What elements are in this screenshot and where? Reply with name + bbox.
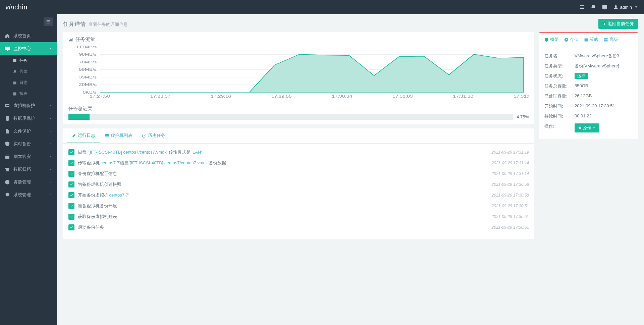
sidebar-item-label: 数据库保护	[13, 115, 35, 121]
detail-row-5: 开始时间: 2021-09-29 17:30:51	[544, 101, 633, 111]
list-icon	[13, 59, 17, 63]
sidebar-sub-0[interactable]: 任务	[0, 55, 57, 66]
hamburger-icon	[46, 19, 51, 24]
sidebar-item-label: 虚拟机保护	[13, 103, 35, 109]
logo: vinchin	[5, 3, 28, 11]
sidebar-toggle[interactable]	[44, 17, 53, 26]
sidebar-sub-3[interactable]: 报表	[0, 88, 57, 99]
monitor-icon[interactable]	[602, 4, 607, 10]
detail-tab-3[interactable]: 高级	[601, 33, 621, 46]
log-time: 2021-09-29 17:30:51	[492, 204, 529, 208]
sidebar-item-label: 监控中心	[13, 46, 31, 52]
detail-row-1: 任务类型: 备份[VMware vSphere]	[544, 61, 633, 71]
log-tab-0[interactable]: 运行日志	[67, 128, 100, 143]
log-text: 传输虚拟机'centos7.7'磁盘'[IFT-ISCSI-40TB] cent…	[78, 160, 492, 166]
detail-key: 持续时间:	[544, 113, 575, 119]
sidebar-item-label: 文件保护	[13, 128, 31, 134]
detail-body: 任务名: VMware vSphere备份3 任务类型: 备份[VMware v…	[539, 46, 638, 139]
sidebar-item-label: 副本容灾	[13, 154, 31, 160]
svg-text:17:31:03: 17:31:03	[392, 95, 413, 98]
sidebar-item-3[interactable]: 数据库保护	[0, 112, 57, 125]
svg-text:17:27:58: 17:27:58	[90, 95, 110, 98]
sidebar-item-6[interactable]: 副本容灾	[0, 150, 57, 163]
sidebar: 系统首页 监控中心 任务 告警 日志 报表 虚拟机保护 数据库保护 文件	[0, 14, 57, 325]
svg-text:39MB/s: 39MB/s	[79, 75, 97, 79]
log-row-5: 准备虚拟机备份环境 2021-09-29 17:30:51	[68, 201, 529, 211]
log-row-3: 为备份虚拟机创建快照 2021-09-29 17:30:58	[68, 179, 529, 190]
flow-chart: 0KB/s20MB/s39MB/s59MB/s78MB/s98MB/s117MB…	[68, 45, 529, 99]
check-icon	[68, 203, 74, 209]
detail-tab-label: 概要	[550, 37, 559, 43]
log-text: 开始备份虚拟机'centos7.7'	[78, 192, 492, 198]
svg-text:117MB/s: 117MB/s	[76, 45, 97, 49]
detail-key: 任务状态:	[544, 73, 575, 79]
detail-val: 550GB	[575, 83, 588, 88]
info-icon	[544, 38, 549, 42]
detail-tab-2[interactable]: 策略	[581, 33, 601, 46]
log-time: 2021-09-29 17:30:51	[492, 214, 529, 219]
sidebar-item-9[interactable]: 系统管理	[0, 188, 57, 201]
detail-val: 26.12GB	[575, 93, 592, 98]
sidebar-item-4[interactable]: 文件保护	[0, 125, 57, 138]
log-text: 磁盘 '[IFT-ISCSI-40TB] centos7/centos7.vmd…	[78, 149, 492, 155]
log-tab-label: 虚拟机列表	[111, 132, 132, 139]
progress-label: 任务总进度	[68, 106, 529, 112]
sidebar-item-label: 资源管理	[13, 179, 31, 185]
svg-text:59MB/s: 59MB/s	[79, 68, 97, 71]
report-icon	[13, 92, 17, 96]
log-text: 为备份虚拟机创建快照	[78, 181, 492, 187]
sidebar-item-label: 数据归档	[13, 166, 31, 172]
bell-icon[interactable]	[591, 4, 596, 10]
sidebar-item-7[interactable]: 数据归档	[0, 163, 57, 176]
check-icon	[68, 171, 74, 177]
db-icon	[5, 116, 10, 121]
svg-text:17:29:55: 17:29:55	[271, 95, 292, 98]
detail-key: 操作:	[544, 123, 575, 132]
detail-val: VMware vSphere备份3	[575, 53, 619, 58]
operation-button[interactable]: 操作	[575, 123, 599, 132]
list-icon[interactable]	[579, 4, 585, 10]
sidebar-item-1[interactable]: 监控中心	[0, 42, 57, 55]
chevron-left-icon	[49, 117, 52, 120]
back-button[interactable]: 返回当前任务	[598, 19, 638, 29]
detail-val: 00:01:22	[575, 113, 592, 118]
log-body: 磁盘 '[IFT-ISCSI-40TB] centos7/centos7.vmd…	[63, 144, 534, 239]
log-tab-label: 运行日志	[78, 132, 95, 139]
chevron-left-icon	[49, 180, 52, 184]
log-row-4: 开始备份虚拟机'centos7.7' 2021-09-29 17:30:58	[68, 190, 529, 201]
user-menu[interactable]: admin	[613, 5, 639, 10]
progress-fill	[68, 114, 90, 120]
log-time: 2021-09-29 17:31:19	[492, 150, 529, 155]
log-row-6: 获取备份虚拟机列表 2021-09-29 17:30:51	[68, 211, 529, 222]
sidebar-sub-1[interactable]: 告警	[0, 66, 57, 77]
sidebar-item-2[interactable]: 虚拟机保护	[0, 99, 57, 112]
log-row-0: 磁盘 '[IFT-ISCSI-40TB] centos7/centos7.vmd…	[68, 147, 529, 158]
sidebar-item-0[interactable]: 系统首页	[0, 30, 57, 42]
detail-tab-0[interactable]: 概要	[542, 33, 561, 46]
bell-icon	[13, 70, 17, 74]
detail-row-7: 操作: 操作	[544, 121, 633, 134]
sidebar-sub-2[interactable]: 日志	[0, 77, 57, 88]
back-button-label: 返回当前任务	[608, 21, 634, 27]
status-badge: 运行	[575, 73, 588, 79]
detail-key: 任务类型:	[544, 63, 575, 69]
detail-val: 2021-09-29 17:30:51	[575, 103, 615, 108]
log-tab-1[interactable]: 虚拟机列表	[100, 128, 137, 143]
progress-pct: 4.75%	[517, 114, 529, 119]
flow-panel: 任务流量 0KB/s20MB/s39MB/s59MB/s78MB/s98MB/s…	[63, 32, 534, 124]
sidebar-item-label: 实时备份	[13, 141, 31, 147]
chevron-left-icon	[49, 193, 52, 197]
detail-tab-label: 存储	[570, 37, 579, 43]
main: 任务详情 查看任务的详细信息 返回当前任务 任务流量 0KB/s20MB/s39…	[57, 14, 644, 325]
chevron-left-icon	[49, 142, 52, 146]
page-subtitle: 查看任务的详细信息	[89, 21, 128, 28]
user-icon	[613, 5, 618, 9]
log-tab-2[interactable]: 历史任务	[137, 128, 170, 143]
chevron-left-icon	[49, 155, 52, 158]
sidebar-item-5[interactable]: 实时备份	[0, 138, 57, 150]
user-name: admin	[620, 5, 632, 10]
detail-tab-label: 高级	[609, 37, 618, 43]
sidebar-item-8[interactable]: 资源管理	[0, 176, 57, 188]
detail-tab-1[interactable]: 存储	[561, 33, 581, 46]
detail-row-0: 任务名: VMware vSphere备份3	[544, 51, 633, 61]
